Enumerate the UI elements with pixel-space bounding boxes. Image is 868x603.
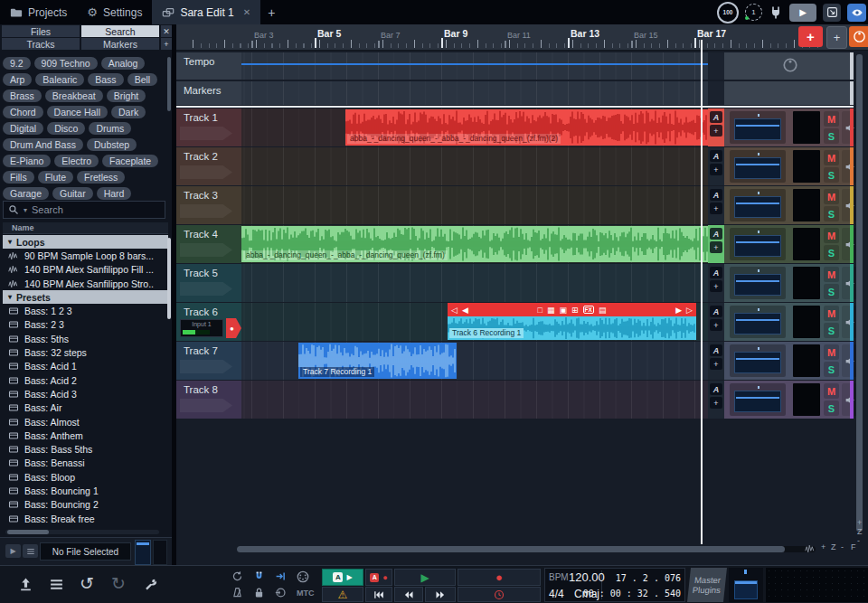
cpu-gauge[interactable]: 100 [717, 2, 739, 24]
loop-left-icon[interactable]: ◁ [451, 306, 458, 315]
track-lane[interactable]: Track 6 Recording 1◁◀□▦▣⊞FX▤▶▷ [241, 303, 708, 341]
tag-pill[interactable]: Fills [3, 171, 34, 184]
browser-name-column-header[interactable]: Name [3, 222, 168, 234]
tag-pill[interactable]: Drum And Bass [3, 138, 83, 151]
move-right-icon[interactable]: ▶ [675, 306, 682, 315]
solo-button[interactable]: S [824, 128, 839, 144]
solo-button[interactable]: S [824, 167, 839, 183]
tag-pill[interactable]: Hard [97, 187, 132, 200]
copy-icon[interactable]: ⊞ [571, 306, 579, 315]
mute-button[interactable]: M [824, 383, 839, 399]
projects-tab[interactable]: Projects [0, 0, 77, 24]
automation-button[interactable]: A [710, 228, 722, 240]
tag-pill[interactable]: 909 Techno [34, 57, 98, 70]
browser-item-row[interactable]: Bass: Break free [3, 512, 168, 524]
tracks-tab[interactable]: Tracks [2, 38, 80, 50]
add-automation-button[interactable]: + [710, 397, 722, 409]
audio-clip[interactable]: abba_-_dancing_queen_-_abba_-_dancing_qu… [241, 226, 708, 262]
tag-pill[interactable]: Electro [54, 155, 99, 167]
layers-icon[interactable]: ▣ [560, 306, 568, 315]
volume-fader[interactable] [730, 189, 786, 221]
move-left-icon[interactable]: ◀ [462, 306, 468, 315]
browser-item-row[interactable]: Bass: Acid 2 [3, 373, 168, 387]
add-secondary-button[interactable]: + [826, 26, 847, 49]
track-lane[interactable] [241, 381, 708, 419]
bar-beat-position[interactable]: 17 . 2 . 076 [616, 573, 681, 583]
settings-wrench-button[interactable] [143, 577, 157, 591]
new-edit-tab-button[interactable]: + [260, 0, 282, 24]
automation-button[interactable]: A [710, 267, 722, 278]
browser-item-row[interactable]: Bass: Bouncing 2 [3, 498, 168, 512]
track-color-stripe[interactable] [850, 108, 854, 146]
master-volume-fader[interactable] [729, 568, 763, 602]
tag-pill[interactable]: Fretless [77, 171, 125, 184]
return-to-zero-button[interactable] [365, 587, 392, 602]
play-window-button[interactable]: ▶ [789, 4, 816, 22]
solo-button[interactable]: S [824, 245, 839, 260]
tag-pill[interactable]: Digital [3, 122, 43, 135]
vertical-zoom-control[interactable]: + [857, 518, 862, 527]
automation-button[interactable]: A [710, 344, 722, 356]
track-lane[interactable]: Track 7 Recording 1 [241, 342, 708, 380]
track-header[interactable]: Track 2 [176, 147, 241, 185]
fader-handle[interactable] [734, 580, 758, 599]
edit-tab[interactable]: Sara Edit 1 ✕ [152, 0, 260, 24]
tag-pill[interactable]: 9.2 [3, 57, 31, 70]
browser-item-row[interactable]: Bass: 1 2 3 [3, 304, 168, 317]
warning-button[interactable]: ⚠ [322, 587, 363, 602]
track-color-stripe[interactable] [850, 303, 854, 341]
solo-button[interactable]: S [824, 206, 839, 221]
file-icon[interactable]: ▤ [599, 306, 607, 315]
volume-fader[interactable] [730, 267, 786, 299]
automation-button[interactable]: A [710, 111, 722, 123]
auto-play-button[interactable]: A ▶ [322, 569, 363, 586]
plugin-connection-icon[interactable] [769, 5, 783, 20]
tag-pill[interactable]: Dubstep [87, 138, 137, 151]
solo-button[interactable]: S [824, 362, 839, 377]
mtc-label[interactable]: MTC [297, 589, 315, 598]
volume-fader[interactable] [730, 344, 786, 377]
time-signature[interactable]: 4/4 [549, 588, 564, 600]
tag-pill[interactable]: Brass [3, 90, 42, 102]
browser-item-row[interactable]: 90 BPM Sample Loop 8 bars... [3, 249, 168, 262]
snap-magnet-button[interactable] [253, 570, 265, 582]
tag-pill[interactable]: Bass [88, 73, 123, 86]
browser-hscrollbar-thumb[interactable] [7, 530, 49, 534]
vertical-zoom-control[interactable]: Z [857, 527, 863, 536]
tempo-header[interactable]: Tempo [176, 52, 241, 80]
redo-button[interactable]: ↻ [111, 573, 126, 594]
master-plugins-button[interactable]: Master Plugins [687, 568, 727, 602]
tag-pill[interactable]: Guitar [52, 187, 93, 200]
solo-button[interactable]: S [824, 400, 839, 416]
mute-button[interactable]: M [824, 306, 839, 321]
search-input[interactable]: ▾ Search [3, 201, 165, 219]
browser-group-row[interactable]: ▾Loops [3, 235, 168, 249]
preview-volume-fader[interactable] [135, 540, 151, 565]
tag-pill[interactable]: Drums [89, 122, 131, 135]
grid-icon[interactable]: ▦ [547, 306, 555, 315]
browser-item-row[interactable]: 140 BPM Alex Sanfilippo Stro.. [3, 277, 168, 290]
browser-scrollbar[interactable] [167, 238, 171, 319]
master-knob-button[interactable] [849, 26, 868, 47]
track-lane[interactable]: abba_-_dancing_queen_-_abba_-_dancing_qu… [241, 225, 708, 263]
add-automation-button[interactable]: + [710, 358, 722, 370]
browser-item-row[interactable]: 140 BPM Alex Sanfilippo Fill ... [3, 263, 168, 277]
browser-item-row[interactable]: Bass: Bass 5ths [3, 442, 168, 456]
tag-pill[interactable]: Disco [47, 122, 85, 135]
mute-button[interactable]: M [824, 150, 839, 165]
markers-tab[interactable]: Markers [81, 38, 159, 50]
browser-item-row[interactable]: Bass: Acid 1 [3, 360, 168, 373]
mute-button[interactable]: M [824, 189, 839, 204]
browser-item-row[interactable]: Bass: Air [3, 401, 168, 415]
add-automation-button[interactable]: + [710, 203, 722, 214]
lock-button[interactable] [253, 587, 265, 598]
zoom-control-fit[interactable]: F [851, 542, 856, 551]
loop-right-icon[interactable]: ▷ [686, 306, 693, 315]
auto-record-button[interactable]: A ● [365, 569, 392, 586]
automation-button[interactable]: A [710, 150, 722, 162]
playhead-cursor[interactable] [701, 40, 703, 544]
browser-item-row[interactable]: Bass: Almost [3, 415, 168, 429]
browser-item-row[interactable]: Bass: Bloop [3, 470, 168, 484]
volume-fader[interactable] [730, 228, 786, 260]
audio-clip[interactable]: Track 6 Recording 1 [448, 316, 696, 340]
